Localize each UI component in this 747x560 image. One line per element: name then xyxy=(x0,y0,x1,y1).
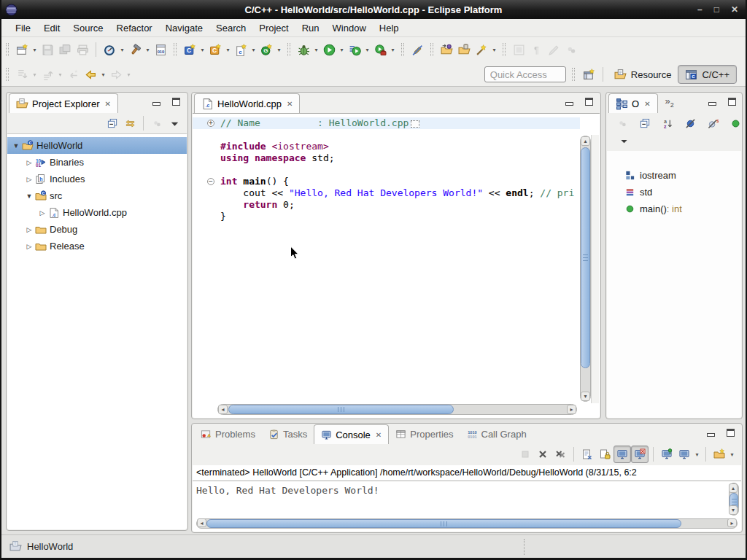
mark-occurrences-button[interactable] xyxy=(409,41,426,58)
tree-item-binaries[interactable]: ▷1001Binaries xyxy=(7,154,187,171)
hide-fields-button[interactable] xyxy=(681,114,699,132)
scroll-down-icon[interactable]: ▾ xyxy=(729,505,738,515)
close-button[interactable]: ✕ xyxy=(731,0,738,19)
scroll-down-icon[interactable]: ▾ xyxy=(581,392,590,401)
editor-horizontal-scrollbar[interactable]: ◂ ▸ xyxy=(217,404,577,415)
expand-arrow-icon[interactable]: ▷ xyxy=(23,243,35,250)
close-icon[interactable]: ✕ xyxy=(104,100,110,108)
maximize-view-button[interactable] xyxy=(727,429,735,437)
expand-arrow-icon[interactable]: ▷ xyxy=(23,226,35,233)
view-menu-button[interactable] xyxy=(166,114,183,132)
close-icon[interactable]: ✕ xyxy=(644,100,650,108)
maximize-view-button[interactable] xyxy=(728,98,736,106)
debug-button[interactable] xyxy=(295,41,312,58)
open-perspective-button[interactable] xyxy=(581,66,598,83)
menu-help[interactable]: Help xyxy=(373,20,406,36)
pin-console-button[interactable] xyxy=(658,446,676,463)
new-make-target-dropdown[interactable]: ▾ xyxy=(275,47,283,53)
menu-window[interactable]: Window xyxy=(326,20,373,36)
tab-project-explorer[interactable]: Project Explorer ✕ xyxy=(9,93,118,113)
collapse-all-button[interactable] xyxy=(104,114,121,132)
build-button[interactable] xyxy=(126,41,144,58)
tree-item-includes[interactable]: ▷hIncludes xyxy=(7,171,187,187)
tree-item-src[interactable]: ▼Csrc xyxy=(7,187,187,204)
minimize-view-button[interactable] xyxy=(708,102,716,106)
view-stack-overflow[interactable]: »2 xyxy=(665,96,674,109)
menu-source[interactable]: Source xyxy=(66,20,109,36)
scroll-right-icon[interactable]: ▸ xyxy=(727,518,737,527)
minimize-view-button[interactable] xyxy=(707,433,715,437)
link-with-editor-button[interactable] xyxy=(121,114,139,132)
sort-az-button[interactable]: az xyxy=(659,114,676,132)
collapse-arrow-icon[interactable]: ▼ xyxy=(23,192,35,200)
hide-nonpublic-button[interactable] xyxy=(727,114,744,132)
build-dropdown[interactable]: ▾ xyxy=(144,47,152,53)
tab-call-graph[interactable]: 10100101Call Graph xyxy=(460,424,533,444)
new-make-target-button[interactable]: G xyxy=(258,41,275,58)
collapse-all-button[interactable] xyxy=(636,114,654,132)
display-console-button[interactable] xyxy=(676,446,693,463)
tab-tasks[interactable]: Tasks xyxy=(262,424,314,444)
code-editor-area[interactable]: +// Name : HelloWorld.cpp#include <iostr… xyxy=(193,113,600,418)
collapse-arrow-icon[interactable]: ▼ xyxy=(10,142,22,149)
new-c-file-button[interactable]: c xyxy=(232,41,249,58)
collapse-fold-icon[interactable]: − xyxy=(207,178,214,185)
outline-tree[interactable]: iostreamstdmain() : int xyxy=(607,151,741,418)
new-c-project-dropdown[interactable]: ▾ xyxy=(198,47,206,53)
scroll-right-icon[interactable]: ▸ xyxy=(567,405,576,414)
run-config-dropdown[interactable]: ▾ xyxy=(363,47,371,53)
minimize-view-button[interactable] xyxy=(565,102,573,106)
back-dropdown[interactable]: ▾ xyxy=(99,71,107,78)
scroll-left-icon[interactable]: ◂ xyxy=(218,405,228,414)
profile-dropdown[interactable]: ▾ xyxy=(118,47,126,53)
maximize-button[interactable]: □ xyxy=(714,0,719,19)
tab-problems[interactable]: Problems xyxy=(194,424,262,444)
folded-region-indicator[interactable] xyxy=(411,120,419,128)
open-console-button[interactable] xyxy=(711,446,728,463)
scroll-up-icon[interactable]: ▴ xyxy=(581,136,590,146)
expand-arrow-icon[interactable]: ▷ xyxy=(23,176,35,183)
menu-edit[interactable]: Edit xyxy=(37,20,66,36)
view-menu-button[interactable] xyxy=(615,132,632,149)
tab-outline[interactable]: O ✕ xyxy=(608,93,658,113)
tab-properties[interactable]: Properties xyxy=(389,424,460,444)
expand-arrow-icon[interactable]: ▷ xyxy=(36,209,48,217)
search-wand-button[interactable] xyxy=(473,41,490,58)
tree-item-helloworld-cpp[interactable]: ▷.cHelloWorld.cpp xyxy=(7,204,187,221)
menu-search[interactable]: Search xyxy=(209,20,252,36)
open-console-dropdown[interactable]: ▾ xyxy=(728,451,736,458)
remove-all-launches-button[interactable] xyxy=(551,446,569,463)
scrollbar-thumb[interactable] xyxy=(581,147,590,368)
clear-console-button[interactable] xyxy=(578,446,596,463)
maximize-view-button[interactable] xyxy=(585,98,593,106)
display-console-dropdown[interactable]: ▾ xyxy=(693,451,701,458)
quick-access-input[interactable] xyxy=(484,66,566,82)
scroll-left-icon[interactable]: ◂ xyxy=(197,518,206,527)
console-horizontal-scrollbar[interactable]: ◂ ▸ xyxy=(196,518,738,529)
run-button[interactable] xyxy=(320,41,338,58)
perspective-cpp-button[interactable]: C C/C++ xyxy=(678,65,737,84)
run-dropdown[interactable]: ▾ xyxy=(338,47,346,53)
scroll-lock-button[interactable] xyxy=(596,446,614,463)
new-cpp-class-dropdown[interactable]: ▾ xyxy=(224,47,232,53)
scrollbar-thumb[interactable] xyxy=(206,519,681,528)
external-tools-dropdown[interactable]: ▾ xyxy=(389,47,397,53)
console-vertical-scrollbar[interactable]: ▴ ▾ xyxy=(729,483,739,516)
show-stdout-button[interactable] xyxy=(614,446,631,463)
remove-launch-button[interactable] xyxy=(534,446,551,463)
tree-item-helloworld[interactable]: ▼CHelloWorld xyxy=(7,137,187,154)
close-icon[interactable]: ✕ xyxy=(287,100,293,108)
project-explorer-tree[interactable]: ▼CHelloWorld▷1001Binaries▷hIncludes▼Csrc… xyxy=(7,133,187,529)
minimize-view-button[interactable] xyxy=(152,102,160,106)
menu-refactor[interactable]: Refactor xyxy=(110,20,159,36)
tree-item-debug[interactable]: ▷Debug xyxy=(7,221,187,238)
import-button[interactable] xyxy=(438,41,455,58)
tree-item-release[interactable]: ▷Release xyxy=(7,238,187,254)
outline-item-iostream[interactable]: iostream xyxy=(607,167,741,184)
menu-run[interactable]: Run xyxy=(295,20,326,36)
external-tools-button[interactable] xyxy=(371,41,389,58)
scrollbar-thumb[interactable] xyxy=(228,405,454,414)
console-output[interactable]: Hello, Red Hat Developers World! xyxy=(196,485,379,496)
menu-navigate[interactable]: Navigate xyxy=(159,20,209,36)
show-stderr-button[interactable] xyxy=(631,446,649,463)
